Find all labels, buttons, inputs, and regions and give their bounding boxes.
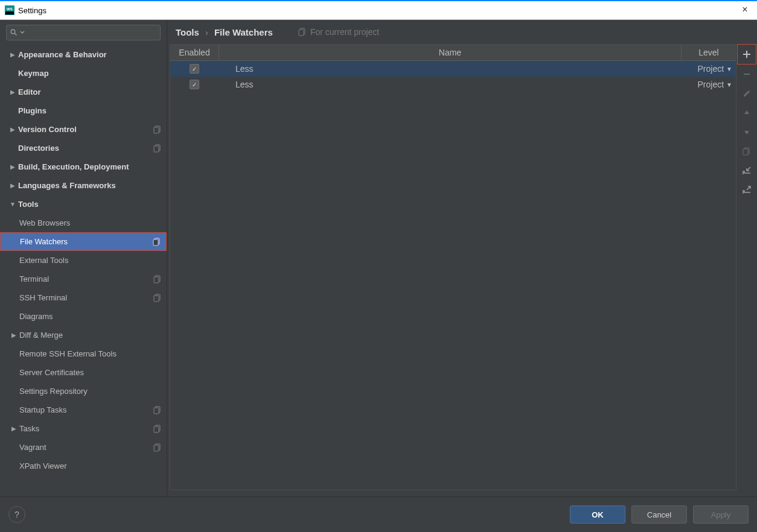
- settings-main: Tools › File Watchers For current projec…: [167, 20, 757, 496]
- search-input[interactable]: [6, 25, 161, 40]
- chevron-down-icon: [20, 30, 25, 35]
- window-close-button[interactable]: ×: [739, 4, 751, 16]
- plus-icon: [743, 50, 751, 59]
- apply-button[interactable]: Apply: [693, 505, 749, 524]
- sidebar-item-label: Vagrant: [19, 443, 150, 452]
- svg-rect-12: [154, 277, 159, 283]
- sidebar-item[interactable]: ▶Tasks: [0, 419, 167, 438]
- breadcrumb-current: File Watchers: [214, 27, 273, 37]
- watcher-name: Less: [219, 80, 678, 89]
- col-name[interactable]: Name: [219, 45, 682, 60]
- svg-line-4: [15, 34, 17, 36]
- sidebar-item[interactable]: ▶Diff & Merge: [0, 326, 167, 344]
- table-row[interactable]: ✓LessProject▼: [170, 77, 736, 92]
- move-up-button[interactable]: [738, 103, 756, 122]
- sidebar-item-label: Tasks: [19, 424, 150, 433]
- sidebar-item-label: Directories: [18, 144, 150, 153]
- sidebar-item-label: Web Browsers: [19, 218, 162, 227]
- table-row[interactable]: ✓LessProject▼: [170, 61, 736, 77]
- sidebar-item[interactable]: Diagrams: [0, 307, 167, 326]
- import-button[interactable]: [738, 161, 756, 180]
- copy-button[interactable]: [738, 142, 756, 161]
- project-scope-icon: [153, 425, 162, 433]
- tree-arrow-icon: ▶: [7, 126, 18, 133]
- breadcrumb: Tools › File Watchers For current projec…: [167, 20, 757, 44]
- remove-button[interactable]: [738, 65, 756, 84]
- svg-rect-10: [153, 239, 158, 245]
- footer: ? OK Cancel Apply: [0, 496, 757, 532]
- tree-arrow-icon: ▶: [8, 332, 19, 338]
- sidebar-item[interactable]: Plugins: [0, 101, 167, 120]
- sidebar-item[interactable]: External Tools: [0, 251, 167, 270]
- svg-rect-16: [154, 408, 159, 414]
- chevron-down-icon: ▼: [726, 66, 732, 72]
- tree-arrow-icon: ▶: [8, 425, 19, 432]
- titlebar: WS Settings ×: [0, 1, 757, 20]
- move-down-button[interactable]: [738, 122, 756, 142]
- enabled-checkbox[interactable]: ✓: [190, 80, 199, 89]
- sidebar-item-label: Appearance & Behavior: [18, 50, 162, 59]
- svg-point-3: [11, 30, 15, 34]
- svg-rect-14: [154, 296, 159, 302]
- arrow-up-icon: [743, 109, 750, 116]
- sidebar-item[interactable]: File Watchers: [0, 232, 167, 251]
- file-watchers-table: Enabled Name Level ✓LessProject▼✓LessPro…: [170, 44, 736, 490]
- col-enabled[interactable]: Enabled: [170, 45, 219, 60]
- copy-icon: [743, 147, 751, 156]
- sidebar-item[interactable]: Directories: [0, 139, 167, 157]
- svg-rect-1: [5, 11, 14, 14]
- export-button[interactable]: [738, 180, 756, 200]
- breadcrumb-root[interactable]: Tools: [176, 27, 199, 37]
- export-icon: [743, 186, 751, 194]
- sidebar-item[interactable]: Remote SSH External Tools: [0, 344, 167, 363]
- sidebar-item-label: Editor: [18, 87, 162, 97]
- sidebar-item[interactable]: XPath Viewer: [0, 457, 167, 475]
- edit-button[interactable]: [738, 84, 756, 103]
- sidebar-item[interactable]: Vagrant: [0, 438, 167, 457]
- pencil-icon: [743, 89, 751, 98]
- sidebar-item[interactable]: ▶Version Control: [0, 120, 167, 139]
- chevron-down-icon: ▼: [726, 81, 732, 88]
- sidebar-item[interactable]: Web Browsers: [0, 214, 167, 232]
- sidebar-item-label: Languages & Frameworks: [18, 181, 162, 190]
- sidebar-item[interactable]: Settings Repository: [0, 382, 167, 401]
- cancel-button[interactable]: Cancel: [631, 505, 687, 524]
- enabled-checkbox[interactable]: ✓: [190, 64, 199, 74]
- sidebar-item-label: Tools: [18, 200, 162, 209]
- project-scope-icon: [153, 238, 161, 246]
- tree-arrow-icon: ▼: [7, 201, 18, 207]
- sidebar-item[interactable]: ▶Editor: [0, 83, 167, 101]
- webstorm-icon: WS: [5, 5, 14, 15]
- ok-button[interactable]: OK: [570, 505, 625, 524]
- col-level[interactable]: Level: [682, 45, 736, 60]
- arrow-down-icon: [743, 128, 750, 136]
- svg-rect-18: [154, 426, 159, 432]
- watcher-level[interactable]: Project▼: [678, 80, 736, 89]
- sidebar-item[interactable]: ▼Tools: [0, 195, 167, 214]
- sidebar-item[interactable]: SSH Terminal: [0, 288, 167, 307]
- sidebar-item-label: External Tools: [19, 256, 162, 265]
- import-icon: [743, 166, 751, 175]
- sidebar-item-label: Settings Repository: [19, 387, 162, 396]
- sidebar-item-label: Keymap: [18, 69, 162, 78]
- help-button[interactable]: ?: [8, 506, 25, 523]
- sidebar-item[interactable]: ▶Build, Execution, Deployment: [0, 157, 167, 176]
- sidebar-item[interactable]: ▶Languages & Frameworks: [0, 176, 167, 195]
- watcher-level[interactable]: Project▼: [678, 64, 736, 74]
- sidebar-item[interactable]: Server Certificates: [0, 363, 167, 382]
- svg-rect-27: [743, 149, 748, 155]
- add-button[interactable]: [737, 44, 756, 65]
- sidebar-item-label: Startup Tasks: [19, 405, 150, 414]
- sidebar-item[interactable]: Startup Tasks: [0, 401, 167, 419]
- window-title: Settings: [18, 6, 46, 15]
- tree-arrow-icon: ▶: [7, 163, 18, 170]
- svg-rect-8: [154, 146, 159, 152]
- sidebar-item[interactable]: Terminal: [0, 270, 167, 288]
- search-icon: [10, 29, 18, 36]
- sidebar-item[interactable]: Keymap: [0, 64, 167, 83]
- table-header: Enabled Name Level: [170, 45, 736, 61]
- chevron-right-icon: ›: [205, 27, 208, 37]
- project-scope-icon: [153, 406, 162, 414]
- settings-tree[interactable]: ▶Appearance & BehaviorKeymap▶EditorPlugi…: [0, 45, 167, 496]
- sidebar-item[interactable]: ▶Appearance & Behavior: [0, 45, 167, 64]
